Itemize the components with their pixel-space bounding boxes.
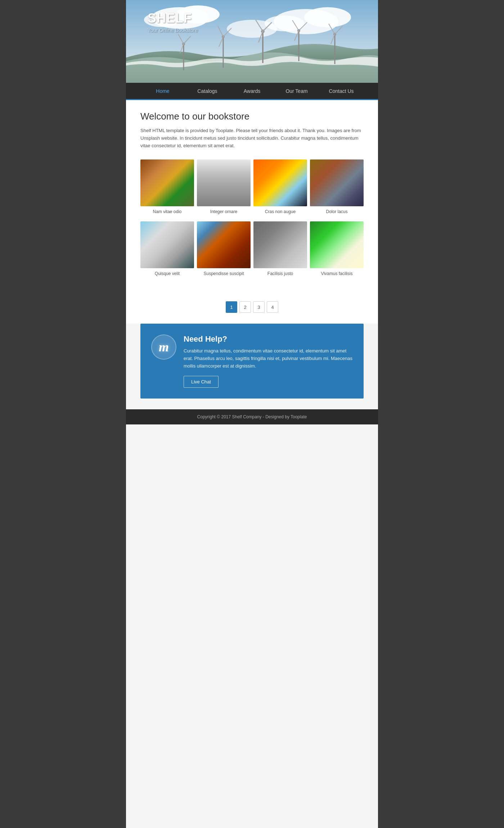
hero-title: SHELF — [148, 11, 198, 26]
svg-point-7 — [227, 20, 277, 38]
grid-caption-8: Vivamus facilisis — [321, 271, 353, 276]
grid-image-building[interactable] — [197, 159, 251, 206]
grid-item-8: Vivamus facilisis — [310, 221, 364, 276]
hero-subtitle: Your Online Bookstore — [148, 27, 198, 33]
nav-item-awards[interactable]: Awards — [230, 84, 274, 98]
page-wrapper: SHELF Your Online Bookstore Home Catalog… — [126, 0, 378, 828]
nav-item-home[interactable]: Home — [140, 84, 185, 98]
help-icon: m — [151, 334, 176, 360]
grid-image-mountain[interactable] — [310, 159, 364, 206]
hero-content: SHELF Your Online Bookstore — [148, 11, 198, 33]
grid-item-3: Cras non augue — [253, 159, 307, 214]
live-chat-button[interactable]: Live Chat — [184, 376, 219, 388]
welcome-desc: Shelf HTML template is provided by Toopl… — [140, 127, 364, 149]
grid-image-bridge[interactable] — [197, 221, 251, 268]
grid-image-mushroom[interactable] — [310, 221, 364, 268]
grid-item-5: Quisque velit — [140, 221, 194, 276]
grid-image-house[interactable] — [140, 221, 194, 268]
help-icon-letter: m — [159, 339, 169, 355]
grid-image-jump[interactable] — [253, 159, 307, 206]
grid-caption-6: Suspendisse suscipit — [203, 271, 244, 276]
grid-item-2: Integer ornare — [197, 159, 251, 214]
pagination: 1 2 3 4 — [126, 294, 378, 324]
grid-item-7: Facilisis justo — [253, 221, 307, 276]
main-content: Welcome to our bookstore Shelf HTML temp… — [126, 100, 378, 294]
grid-caption-1: Nam vitae odio — [153, 209, 181, 214]
help-desc: Curabitur magna tellus, condimentum vita… — [184, 347, 353, 370]
page-btn-1[interactable]: 1 — [226, 301, 237, 313]
footer-text: Copyright © 2017 Shelf Company - Designe… — [197, 414, 307, 419]
help-text-container: Need Help? Curabitur magna tellus, condi… — [184, 334, 353, 387]
page-btn-4[interactable]: 4 — [267, 301, 278, 313]
help-section: m Need Help? Curabitur magna tellus, con… — [140, 324, 364, 398]
nav-item-our-team[interactable]: Our Team — [274, 84, 319, 98]
navigation: Home Catalogs Awards Our Team Contact Us — [126, 83, 378, 100]
grid-image-autumn[interactable] — [140, 159, 194, 206]
footer: Copyright © 2017 Shelf Company - Designe… — [126, 409, 378, 424]
grid-caption-4: Dolor lacus — [326, 209, 347, 214]
nav-item-contact-us[interactable]: Contact Us — [319, 84, 364, 98]
welcome-title: Welcome to our bookstore — [140, 111, 364, 122]
svg-point-5 — [304, 7, 351, 27]
image-grid-row1: Nam vitae odio Integer ornare Cras non a… — [140, 159, 364, 214]
page-btn-2[interactable]: 2 — [239, 301, 251, 313]
image-grid-row2: Quisque velit Suspendisse suscipit Facil… — [140, 221, 364, 276]
grid-caption-5: Quisque velit — [155, 271, 180, 276]
grid-item-4: Dolor lacus — [310, 159, 364, 214]
grid-caption-2: Integer ornare — [210, 209, 237, 214]
grid-item-1: Nam vitae odio — [140, 159, 194, 214]
grid-caption-3: Cras non augue — [265, 209, 296, 214]
nav-item-catalogs[interactable]: Catalogs — [185, 84, 230, 98]
grid-caption-7: Facilisis justo — [267, 271, 293, 276]
page-btn-3[interactable]: 3 — [253, 301, 265, 313]
grid-item-6: Suspendisse suscipit — [197, 221, 251, 276]
help-title: Need Help? — [184, 334, 353, 344]
grid-image-person[interactable] — [253, 221, 307, 268]
hero-section: SHELF Your Online Bookstore — [126, 0, 378, 83]
